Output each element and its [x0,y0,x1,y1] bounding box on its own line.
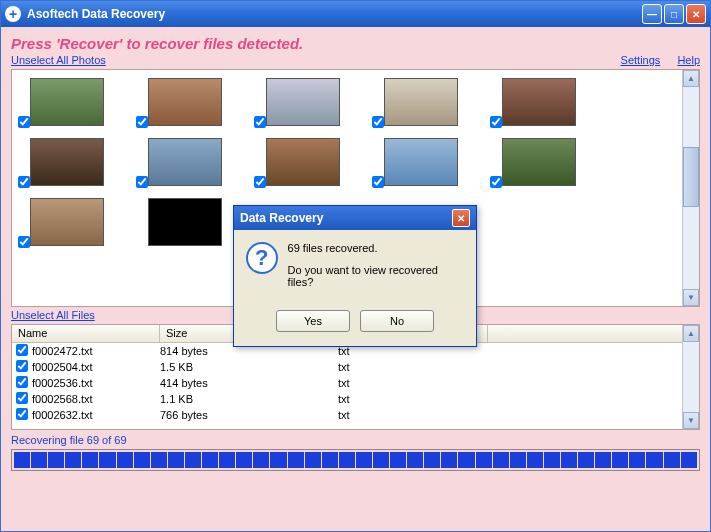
progress-block [390,452,406,468]
photo-thumbnail[interactable] [136,198,234,246]
file-checkbox[interactable] [16,360,28,372]
scroll-down-icon[interactable]: ▼ [683,412,699,429]
file-scrollbar[interactable]: ▲ ▼ [682,325,699,429]
photo-thumbnail[interactable] [18,138,116,186]
photo-checkbox[interactable] [372,176,384,188]
progress-block [527,452,543,468]
dialog-close-button[interactable]: ✕ [452,209,470,227]
minimize-button[interactable]: — [642,4,662,24]
help-link[interactable]: Help [677,54,700,66]
titlebar: + Asoftech Data Recovery — □ ✕ [1,1,710,27]
file-row[interactable]: f0002632.txt766 bytestxt [12,407,699,423]
progress-block [407,452,423,468]
photo-checkbox[interactable] [490,116,502,128]
photo-scrollbar[interactable]: ▲ ▼ [682,70,699,306]
photo-checkbox[interactable] [490,176,502,188]
progress-block [629,452,645,468]
progress-block [356,452,372,468]
unselect-all-photos-link[interactable]: Unselect All Photos [11,54,106,66]
photo-checkbox[interactable] [136,176,148,188]
progress-block [65,452,81,468]
progress-block [424,452,440,468]
yes-button[interactable]: Yes [276,310,350,332]
progress-block [14,452,30,468]
photo-thumbnail[interactable] [254,138,352,186]
file-ext: txt [338,377,488,389]
photo-checkbox[interactable] [18,116,30,128]
file-row[interactable]: f0002504.txt1.5 KBtxt [12,359,699,375]
scroll-down-icon[interactable]: ▼ [683,289,699,306]
question-icon: ? [246,242,278,274]
progress-block [117,452,133,468]
progress-block [202,452,218,468]
progress-block [476,452,492,468]
file-row[interactable]: f0002568.txt1.1 KBtxt [12,391,699,407]
window-title: Asoftech Data Recovery [27,7,640,21]
file-ext: txt [338,361,488,373]
photo-thumbnail[interactable] [136,138,234,186]
photo-checkbox[interactable] [136,116,148,128]
file-checkbox[interactable] [16,392,28,404]
dialog-line1: 69 files recovered. [288,242,464,254]
no-button[interactable]: No [360,310,434,332]
file-checkbox[interactable] [16,408,28,420]
photo-thumbnail[interactable] [18,78,116,126]
photo-thumbnail[interactable] [18,198,116,246]
photo-thumbnail[interactable] [372,78,470,126]
photo-checkbox[interactable] [18,176,30,188]
file-ext: txt [338,393,488,405]
progress-block [253,452,269,468]
settings-link[interactable]: Settings [621,54,661,66]
progress-block [561,452,577,468]
photo-thumbnail[interactable] [136,78,234,126]
progress-block [510,452,526,468]
photo-thumbnail[interactable] [372,138,470,186]
col-name[interactable]: Name [12,325,160,342]
progress-block [458,452,474,468]
progress-block [664,452,680,468]
progress-block [441,452,457,468]
photo-checkbox[interactable] [372,116,384,128]
progress-block [270,452,286,468]
unselect-all-files-link[interactable]: Unselect All Files [11,309,95,321]
photo-thumbnail[interactable] [490,78,588,126]
file-row[interactable]: f0002536.txt414 bytestxt [12,375,699,391]
photo-checkbox[interactable] [18,236,30,248]
progress-block [99,452,115,468]
instruction-text: Press 'Recover' to recover files detecte… [11,31,700,54]
photo-thumbnail[interactable] [490,138,588,186]
dialog-title: Data Recovery [240,211,452,225]
scroll-up-icon[interactable]: ▲ [683,325,699,342]
progress-block [373,452,389,468]
photo-checkbox[interactable] [254,116,266,128]
scroll-up-icon[interactable]: ▲ [683,70,699,87]
file-checkbox[interactable] [16,344,28,356]
progress-block [219,452,235,468]
progress-block [322,452,338,468]
file-size: 1.5 KB [160,361,338,373]
progress-block [305,452,321,468]
main-window: + Asoftech Data Recovery — □ ✕ Press 'Re… [0,0,711,532]
maximize-button[interactable]: □ [664,4,684,24]
app-icon: + [5,6,21,22]
file-size: 766 bytes [160,409,338,421]
photo-checkbox[interactable] [254,176,266,188]
progress-block [646,452,662,468]
close-button[interactable]: ✕ [686,4,706,24]
progress-block [578,452,594,468]
progress-block [595,452,611,468]
file-checkbox[interactable] [16,376,28,388]
dialog-line2: Do you want to view recovered files? [288,264,464,288]
progress-block [493,452,509,468]
file-name: f0002536.txt [30,377,160,389]
file-name: f0002568.txt [30,393,160,405]
scroll-thumb[interactable] [683,147,699,207]
dialog-titlebar: Data Recovery ✕ [234,206,476,230]
progress-block [544,452,560,468]
progress-block [82,452,98,468]
progress-bar [11,449,700,471]
progress-block [612,452,628,468]
photo-thumbnail[interactable] [254,78,352,126]
progress-block [31,452,47,468]
progress-block [185,452,201,468]
